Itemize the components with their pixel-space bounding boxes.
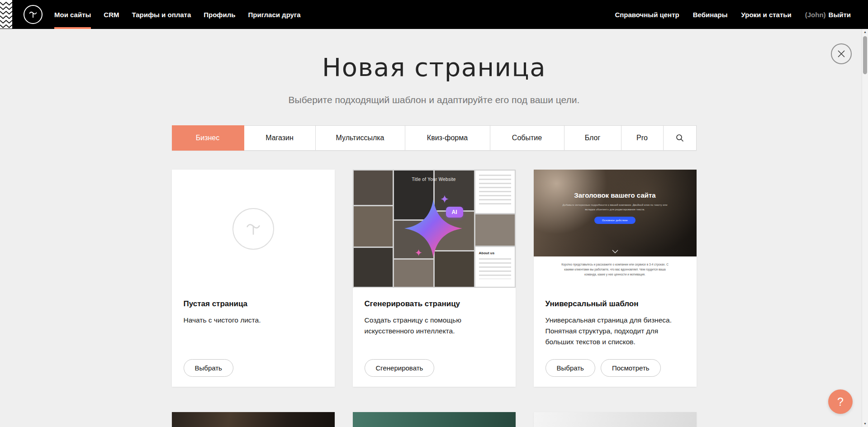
universal-preview: Заголовок вашего сайта Добавьте интересн… — [534, 170, 697, 288]
collage-photo — [475, 214, 515, 246]
ai-badge: AI — [446, 207, 463, 218]
card-actions: Выбрать — [184, 359, 233, 377]
preview-body-text: Коротко представьтесь и расскажите о ком… — [561, 262, 669, 288]
select-blank-button[interactable]: Выбрать — [184, 359, 233, 377]
generate-button[interactable]: Сгенерировать — [365, 359, 435, 377]
preview-body: Коротко представьтесь и расскажите о ком… — [534, 256, 697, 288]
template-grid: Пустая страница Начать с чистого листа. … — [172, 170, 697, 387]
card-title: Сгенерировать страницу — [365, 299, 504, 308]
card-body: Пустая страница Начать с чистого листа. — [172, 288, 335, 326]
collage-site-title: Title of Your Website — [394, 177, 474, 182]
placeholder-text-lines — [479, 258, 511, 279]
card-description: Универсальная страница для бизнеса. Поня… — [545, 315, 685, 347]
nav-profile[interactable]: Профиль — [204, 0, 235, 29]
blank-preview — [172, 170, 335, 288]
sparkle-small-icon — [441, 195, 449, 205]
tab-event[interactable]: Событие — [490, 126, 564, 150]
nav-crm[interactable]: CRM — [104, 0, 119, 29]
select-universal-button[interactable]: Выбрать — [545, 359, 595, 377]
card-actions: Сгенерировать — [365, 359, 435, 377]
template-card-ai-generate[interactable]: About us Title of Your Website — [353, 170, 516, 387]
chevron-down-icon — [612, 250, 618, 253]
app-window: Мои сайты CRM Тарифы и оплата Профиль Пр… — [0, 0, 868, 427]
collage-photo — [354, 248, 393, 287]
card-body: Универсальный шаблон Универсальная стран… — [534, 288, 697, 347]
tilda-logo-icon — [28, 9, 38, 19]
help-button[interactable]: ? — [828, 389, 853, 414]
close-icon — [837, 50, 845, 58]
collage-about-block: About us — [475, 247, 515, 287]
collage-text-block — [475, 171, 515, 213]
search-tab[interactable] — [664, 126, 696, 150]
nav-lessons[interactable]: Уроки и статьи — [741, 11, 792, 19]
card-title: Универсальный шаблон — [545, 299, 685, 308]
tab-blog[interactable]: Блог — [564, 126, 621, 150]
preview-hero-button: Основное действие — [594, 217, 636, 224]
tab-business[interactable]: Бизнес — [172, 125, 244, 151]
tab-multilink[interactable]: Мультиссылка — [316, 126, 405, 150]
template-category-tabs: Бизнес Магазин Мультиссылка Квиз-форма С… — [172, 125, 697, 151]
nav-logout[interactable]: (John) Выйти — [805, 11, 851, 19]
nav-tariffs[interactable]: Тарифы и оплата — [132, 0, 191, 29]
tab-quiz-form[interactable]: Квиз-форма — [405, 126, 490, 150]
preview-hero: Заголовок вашего сайта Добавьте интересн… — [534, 170, 697, 256]
tab-store[interactable]: Магазин — [244, 126, 316, 150]
tab-pro[interactable]: Pro — [621, 126, 664, 150]
page-subtitle: Выберите подходящий шаблон и адаптируйте… — [172, 95, 697, 105]
preview-hero-subtitle: Добавьте интересные подробности о вашей … — [563, 203, 668, 212]
scrollbar-up-icon[interactable]: ▲ — [862, 29, 868, 35]
scrollbar[interactable]: ▲ ▼ — [862, 29, 868, 427]
top-navbar: Мои сайты CRM Тарифы и оплата Профиль Пр… — [0, 0, 868, 29]
secondary-nav: Справочный центр Вебинары Уроки и статьи… — [615, 11, 851, 19]
nav-my-sites[interactable]: Мои сайты — [54, 0, 91, 29]
preview-universal-button[interactable]: Посмотреть — [601, 359, 661, 377]
template-grid-row2 — [172, 412, 697, 427]
collage-photo — [394, 260, 433, 287]
scrollbar-thumb[interactable] — [863, 36, 867, 74]
template-card-partial-3[interactable] — [534, 412, 697, 427]
collage-photo — [354, 171, 393, 205]
ai-preview: About us Title of Your Website — [353, 170, 516, 288]
close-button[interactable] — [831, 43, 852, 64]
template-card-partial-2[interactable] — [353, 412, 516, 427]
template-card-partial-1[interactable] — [172, 412, 335, 427]
tilda-logo[interactable] — [24, 5, 43, 24]
card-description: Начать с чистого листа. — [184, 315, 323, 326]
preview-hero-title: Заголовок вашего сайта — [574, 191, 655, 199]
nav-invite-friend[interactable]: Пригласи друга — [248, 0, 300, 29]
template-card-blank[interactable]: Пустая страница Начать с чистого листа. … — [172, 170, 335, 387]
placeholder-text-lines — [479, 175, 511, 207]
sparkle-small-icon — [415, 249, 422, 258]
card-body: Сгенерировать страницу Создать страницу … — [353, 288, 516, 337]
tilda-watermark-icon — [232, 208, 274, 250]
card-actions: Выбрать Посмотреть — [545, 359, 661, 377]
zigzag-decoration-icon — [0, 0, 12, 28]
about-label: About us — [479, 251, 511, 255]
collage-photo — [354, 206, 393, 247]
nav-help-center[interactable]: Справочный центр — [615, 11, 679, 19]
main-nav: Мои сайты CRM Тарифы и оплата Профиль Пр… — [54, 0, 313, 29]
template-card-universal[interactable]: Заголовок вашего сайта Добавьте интересн… — [534, 170, 697, 387]
scrollbar-down-icon[interactable]: ▼ — [862, 421, 868, 427]
search-icon — [675, 133, 684, 142]
user-name: (John) — [805, 11, 826, 19]
nav-webinars[interactable]: Вебинары — [693, 11, 728, 19]
card-title: Пустая страница — [184, 299, 323, 308]
card-description: Создать страницу с помощью искусственног… — [365, 315, 504, 337]
logout-label: Выйти — [829, 11, 851, 19]
page-title: Новая страница — [172, 52, 697, 82]
new-page-dialog: Новая страница Выберите подходящий шабло… — [172, 52, 697, 427]
